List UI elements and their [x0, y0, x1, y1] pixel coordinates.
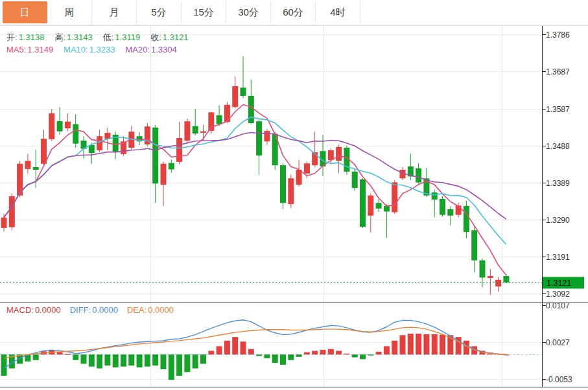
candlestick	[49, 113, 54, 139]
price-axis-label: 1.3290	[546, 216, 570, 225]
diff-value: 0.0000	[92, 305, 118, 315]
price-axis-label: 1.3488	[546, 142, 570, 151]
macd-histogram-bar	[152, 354, 158, 365]
candlestick	[217, 115, 222, 124]
tab-15min[interactable]: 15分	[182, 1, 226, 23]
candlestick	[488, 276, 493, 278]
macd-histogram-bar	[423, 334, 429, 354]
candlestick	[360, 179, 366, 227]
macd-histogram-bar	[145, 354, 150, 367]
candlestick	[376, 203, 382, 209]
candlestick	[161, 164, 167, 185]
tab-day[interactable]: 日	[3, 1, 47, 23]
candlestick	[176, 138, 182, 162]
open-label: 开:	[6, 32, 18, 42]
macd-histogram-bar	[200, 354, 206, 363]
candlestick	[25, 161, 30, 169]
candlestick	[440, 199, 445, 215]
candlestick	[41, 139, 47, 164]
candlestick	[9, 196, 15, 227]
macd-histogram-bar	[256, 354, 262, 356]
macd-histogram-bar	[104, 354, 110, 365]
tab-week[interactable]: 周	[47, 1, 92, 23]
macd-histogram-bar	[312, 351, 318, 355]
high-readout: 高: 1.3143	[54, 32, 92, 42]
candlestick	[471, 230, 477, 260]
candlestick	[432, 192, 438, 200]
macd-histogram-bar	[217, 346, 222, 354]
price-axis-label: 1.3786	[546, 30, 570, 40]
ma20-readout: MA20: 1.3304	[125, 45, 176, 54]
candlestick	[33, 167, 39, 170]
high-label: 高:	[54, 32, 65, 42]
macd-histogram-bar	[432, 334, 438, 354]
macd-histogram-bar	[384, 346, 390, 354]
macd-histogram-bar	[57, 352, 63, 355]
macd-histogram-bar	[184, 354, 190, 372]
tab-4hour[interactable]: 4时	[316, 1, 360, 23]
candlestick	[232, 86, 238, 107]
macd-histogram-bar	[296, 354, 302, 357]
ma10-label: MA10:	[64, 45, 88, 54]
macd-histogram-bar	[328, 349, 334, 355]
macd-histogram-bar	[176, 354, 182, 376]
ohlc-legend: 开: 1.3138 高: 1.3143 低: 1.3119 收: 1.3121	[6, 32, 199, 42]
tab-60min[interactable]: 60分	[271, 1, 316, 23]
diff-readout: DIFF: 0.0000	[70, 305, 118, 315]
candlestick	[352, 172, 358, 188]
macd-histogram-bar	[65, 354, 71, 355]
candlestick	[65, 122, 71, 128]
macd-histogram-bar	[137, 354, 143, 367]
price-axis-label: 1.3587	[546, 105, 570, 114]
chart-canvas[interactable]: 1.37861.36871.35871.34881.33891.32901.31…	[0, 0, 588, 390]
timeframe-tabbar: 日周月5分15分30分60分4时	[0, 0, 588, 25]
price-axis-label: 1.3389	[546, 179, 570, 188]
candlestick	[296, 170, 302, 185]
macd-histogram-bar	[272, 354, 278, 363]
ma-legend: MA5: 1.3149 MA10: 1.3233 MA20: 1.3304	[6, 45, 187, 54]
candlestick	[57, 121, 63, 132]
candlestick	[456, 205, 462, 214]
high-value: 1.3143	[67, 32, 93, 42]
open-value: 1.3138	[19, 32, 45, 42]
macd-axis-label: 0.0027	[546, 338, 570, 347]
candlestick	[336, 147, 342, 161]
tab-5min[interactable]: 5分	[137, 1, 182, 23]
macd-histogram-bar	[121, 354, 126, 367]
macd-histogram-bar	[344, 354, 349, 354]
macd-histogram-bar	[288, 354, 294, 360]
macd-histogram-bar	[169, 354, 174, 380]
macd-histogram-bar	[440, 335, 445, 355]
price-axis-label: 1.3191	[546, 253, 570, 262]
macd-value: 0.0000	[35, 305, 61, 315]
tab-30min[interactable]: 30分	[226, 1, 271, 23]
candlestick	[328, 150, 334, 160]
ma10-value: 1.3233	[89, 45, 115, 54]
candlestick	[288, 178, 294, 204]
ma20-label: MA20:	[125, 45, 150, 54]
macd-axis-label: 0.0107	[546, 301, 570, 310]
candlestick	[264, 131, 270, 141]
close-readout: 收: 1.3121	[150, 32, 188, 42]
macd-histogram-bar	[320, 350, 326, 354]
ma20-line	[4, 133, 506, 220]
macd-histogram-bar	[360, 354, 366, 359]
macd-histogram-bar	[89, 354, 95, 367]
low-value: 1.3119	[115, 32, 140, 42]
macd-histogram-bar	[408, 334, 414, 354]
candlestick	[184, 121, 190, 141]
macd-histogram-bar	[264, 354, 270, 358]
diff-label: DIFF:	[70, 305, 91, 315]
low-readout: 低: 1.3119	[103, 32, 140, 42]
macd-histogram-bar	[352, 354, 358, 357]
candlestick	[464, 206, 469, 232]
candlestick	[152, 128, 158, 183]
macd-histogram-bar	[248, 349, 254, 355]
dea-readout: DEA: 0.0000	[127, 305, 174, 315]
macd-histogram-bar	[241, 341, 246, 354]
macd-histogram-bar	[416, 334, 421, 354]
candlestick	[392, 183, 397, 212]
price-axis-label: 1.3092	[546, 290, 570, 299]
kline-chart-app: 1.37861.36871.35871.34881.33891.32901.31…	[0, 0, 588, 390]
tab-month[interactable]: 月	[92, 1, 137, 23]
